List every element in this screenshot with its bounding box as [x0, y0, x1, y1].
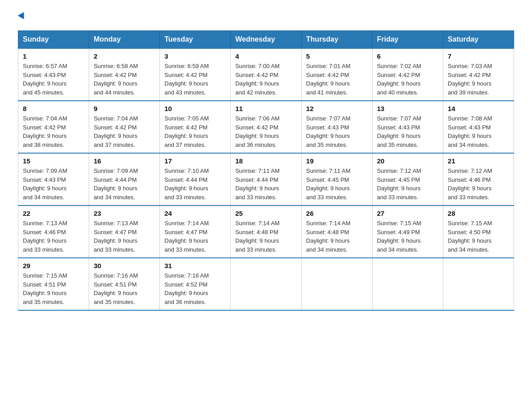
day-number: 4 [235, 52, 296, 60]
daylight-label: Daylight: 9 hours [377, 133, 421, 139]
sunset-label: Sunset: 4:42 PM [164, 72, 207, 78]
daylight-label: Daylight: 9 hours [94, 80, 137, 87]
daylight-label: Daylight: 9 hours [23, 133, 67, 139]
daylight-label: Daylight: 9 hours [448, 80, 492, 87]
weekday-header-monday: Monday [89, 31, 160, 49]
sunrise-label: Sunrise: 7:08 AM [448, 115, 492, 122]
day-number: 7 [448, 52, 509, 60]
sunset-label: Sunset: 4:44 PM [235, 176, 278, 183]
calendar-week-2: 8 Sunrise: 7:04 AM Sunset: 4:42 PM Dayli… [18, 101, 514, 153]
calendar-cell: 12 Sunrise: 7:07 AM Sunset: 4:43 PM Dayl… [301, 101, 372, 153]
day-number: 29 [23, 262, 84, 270]
sunrise-label: Sunrise: 7:12 AM [377, 167, 421, 174]
weekday-header-wednesday: Wednesday [231, 31, 301, 49]
sunset-label: Sunset: 4:46 PM [23, 229, 66, 235]
sunrise-label: Sunrise: 6:58 AM [94, 63, 138, 69]
calendar-cell: 29 Sunrise: 7:15 AM Sunset: 4:51 PM Dayl… [18, 258, 89, 310]
day-number: 14 [448, 105, 509, 112]
sunset-label: Sunset: 4:43 PM [306, 124, 349, 131]
daylight-label: Daylight: 9 hours [377, 185, 421, 192]
day-info: Sunrise: 7:08 AM Sunset: 4:43 PM Dayligh… [448, 114, 509, 149]
sunrise-label: Sunrise: 7:07 AM [377, 115, 421, 122]
daylight-label: Daylight: 9 hours [164, 290, 208, 296]
daylight-minutes: and 41 minutes. [306, 89, 348, 96]
day-info: Sunrise: 7:04 AM Sunset: 4:42 PM Dayligh… [94, 114, 155, 149]
day-info: Sunrise: 7:14 AM Sunset: 4:47 PM Dayligh… [164, 219, 226, 254]
daylight-label: Daylight: 9 hours [164, 133, 208, 139]
daylight-label: Daylight: 9 hours [23, 290, 67, 296]
day-info: Sunrise: 7:12 AM Sunset: 4:46 PM Dayligh… [448, 167, 509, 201]
calendar-week-5: 29 Sunrise: 7:15 AM Sunset: 4:51 PM Dayl… [18, 258, 514, 310]
daylight-label: Daylight: 9 hours [23, 80, 67, 87]
calendar-cell: 13 Sunrise: 7:07 AM Sunset: 4:43 PM Dayl… [372, 101, 443, 153]
calendar-cell: 18 Sunrise: 7:11 AM Sunset: 4:44 PM Dayl… [231, 153, 301, 206]
sunrise-label: Sunrise: 7:00 AM [235, 63, 279, 69]
calendar-cell: 11 Sunrise: 7:06 AM Sunset: 4:42 PM Dayl… [231, 101, 301, 153]
day-number: 5 [306, 52, 368, 60]
sunrise-label: Sunrise: 7:15 AM [23, 272, 67, 279]
sunrise-label: Sunrise: 7:10 AM [164, 167, 209, 174]
daylight-label: Daylight: 9 hours [23, 185, 67, 192]
day-info: Sunrise: 7:10 AM Sunset: 4:44 PM Dayligh… [164, 167, 226, 201]
sunrise-label: Sunrise: 7:09 AM [94, 167, 138, 174]
daylight-minutes: and 38 minutes. [23, 141, 64, 148]
daylight-label: Daylight: 9 hours [377, 237, 421, 244]
sunrise-label: Sunrise: 7:16 AM [164, 272, 209, 279]
sunrise-label: Sunrise: 7:13 AM [23, 220, 67, 227]
daylight-label: Daylight: 9 hours [306, 80, 350, 87]
daylight-minutes: and 36 minutes. [235, 141, 277, 148]
day-number: 10 [164, 105, 226, 112]
daylight-label: Daylight: 9 hours [23, 237, 67, 244]
sunset-label: Sunset: 4:43 PM [377, 124, 420, 131]
day-number: 23 [94, 210, 155, 217]
day-number: 11 [235, 105, 296, 112]
calendar-cell: 9 Sunrise: 7:04 AM Sunset: 4:42 PM Dayli… [89, 101, 160, 153]
daylight-minutes: and 33 minutes. [235, 246, 277, 253]
sunrise-label: Sunrise: 7:12 AM [448, 167, 492, 174]
sunset-label: Sunset: 4:44 PM [164, 176, 207, 183]
day-number: 25 [235, 210, 296, 217]
day-number: 26 [306, 210, 368, 217]
calendar-cell: 25 Sunrise: 7:14 AM Sunset: 4:48 PM Dayl… [231, 206, 301, 258]
day-number: 21 [448, 157, 509, 165]
daylight-minutes: and 34 minutes. [23, 194, 64, 201]
daylight-label: Daylight: 9 hours [164, 80, 208, 87]
sunrise-label: Sunrise: 7:05 AM [164, 115, 209, 122]
sunset-label: Sunset: 4:45 PM [306, 176, 349, 183]
calendar-cell: 10 Sunrise: 7:05 AM Sunset: 4:42 PM Dayl… [160, 101, 231, 153]
weekday-header-friday: Friday [372, 31, 443, 49]
daylight-minutes: and 34 minutes. [448, 246, 489, 253]
weekday-header-thursday: Thursday [301, 31, 372, 49]
calendar-cell: 28 Sunrise: 7:15 AM Sunset: 4:50 PM Dayl… [443, 206, 514, 258]
day-info: Sunrise: 7:12 AM Sunset: 4:45 PM Dayligh… [377, 167, 438, 201]
sunrise-label: Sunrise: 7:11 AM [235, 167, 279, 174]
daylight-label: Daylight: 9 hours [235, 80, 279, 87]
day-number: 3 [164, 52, 226, 60]
sunset-label: Sunset: 4:48 PM [306, 229, 349, 235]
calendar-cell: 8 Sunrise: 7:04 AM Sunset: 4:42 PM Dayli… [18, 101, 89, 153]
sunrise-label: Sunrise: 6:59 AM [164, 63, 209, 69]
calendar-cell [301, 258, 372, 310]
daylight-label: Daylight: 9 hours [164, 237, 208, 244]
day-number: 6 [377, 52, 438, 60]
logo-triangle-icon [18, 12, 27, 21]
sunrise-label: Sunrise: 7:09 AM [23, 167, 67, 174]
daylight-minutes: and 33 minutes. [377, 194, 419, 201]
day-info: Sunrise: 7:01 AM Sunset: 4:42 PM Dayligh… [306, 62, 368, 97]
calendar-cell: 5 Sunrise: 7:01 AM Sunset: 4:42 PM Dayli… [301, 48, 372, 101]
calendar-week-1: 1 Sunrise: 6:57 AM Sunset: 4:43 PM Dayli… [18, 48, 514, 101]
sunset-label: Sunset: 4:50 PM [448, 229, 491, 235]
day-info: Sunrise: 7:15 AM Sunset: 4:51 PM Dayligh… [23, 271, 84, 306]
calendar-cell: 16 Sunrise: 7:09 AM Sunset: 4:44 PM Dayl… [89, 153, 160, 206]
daylight-label: Daylight: 9 hours [94, 185, 137, 192]
day-number: 15 [23, 157, 84, 165]
sunset-label: Sunset: 4:48 PM [235, 229, 278, 235]
sunset-label: Sunset: 4:43 PM [448, 124, 491, 131]
calendar-cell: 3 Sunrise: 6:59 AM Sunset: 4:42 PM Dayli… [160, 48, 231, 101]
sunset-label: Sunset: 4:42 PM [306, 72, 349, 78]
calendar-cell: 26 Sunrise: 7:14 AM Sunset: 4:48 PM Dayl… [301, 206, 372, 258]
calendar-cell: 27 Sunrise: 7:15 AM Sunset: 4:49 PM Dayl… [372, 206, 443, 258]
day-number: 22 [23, 210, 84, 217]
day-info: Sunrise: 7:15 AM Sunset: 4:49 PM Dayligh… [377, 219, 438, 254]
calendar-cell [443, 258, 514, 310]
